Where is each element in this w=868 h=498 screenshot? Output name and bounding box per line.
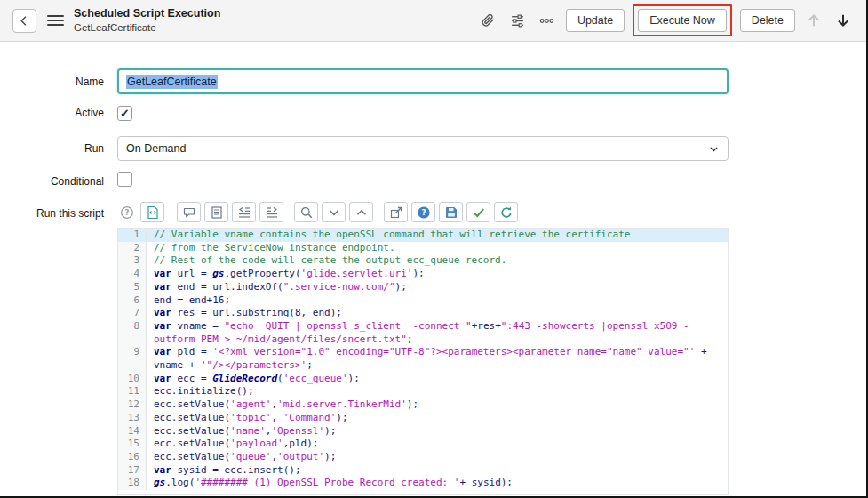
conditional-row: Conditional [0,172,866,190]
code-text: ecc.setValue('name','Openssl'); [147,425,728,438]
code-text: var end = url.indexOf(".service-now.com/… [147,281,728,294]
code-text: gs.log('######## (1) OpenSSL Probe Recor… [147,477,728,490]
code-line-3[interactable]: 3// Rest of the code will cerate the out… [118,254,728,268]
more-options-icon[interactable] [537,10,558,31]
code-line-17[interactable]: 17var sysid = ecc.insert(); [118,464,728,478]
code-line-6[interactable]: 6end = end+16; [118,294,728,308]
api-help-icon[interactable]: ? [411,202,435,222]
line-number: 3 [118,254,147,268]
line-number: 5 [118,281,147,294]
script-row: Run this script ?? 1// Variable vname co… [0,202,866,495]
indent-right-icon[interactable] [259,202,283,222]
line-number: 4 [118,268,147,281]
syntax-check-icon[interactable] [466,202,490,222]
code-text: var res = url.substring(8, end); [147,307,728,320]
line-number: 11 [118,385,147,398]
editor-toolbar: ?? [117,202,729,222]
line-number: 1 [118,229,147,242]
back-button[interactable] [12,9,36,33]
code-line-15[interactable]: 15ecc.setValue('payload',pld); [118,438,728,451]
code-line-16[interactable]: 16ecc.setValue('queue','output'); [118,451,728,464]
line-number: 13 [118,412,147,425]
previous-record-icon[interactable] [803,10,824,31]
delete-button[interactable]: Delete [740,9,795,32]
execute-now-button[interactable]: Execute Now [638,9,727,32]
chevron-down-icon [708,143,720,155]
code-line-18[interactable]: 18gs.log('######## (1) OpenSSL Probe Rec… [118,477,728,490]
run-select[interactable]: On Demand [117,136,729,161]
code-text: // from the ServiceNow instance endpoint… [147,242,728,255]
script-icon[interactable] [140,202,164,222]
code-line-1[interactable]: 1// Variable vname contains the openSSL … [118,229,728,242]
line-number: 18 [118,477,147,490]
code-lines: 1// Variable vname contains the openSSL … [118,229,728,490]
script-refresh-icon[interactable] [494,202,518,222]
code-line-2[interactable]: 2// from the ServiceNow instance endpoin… [118,242,728,255]
run-select-value: On Demand [126,142,186,155]
name-input-value: GetLeafCertificate [126,75,218,89]
code-text: var ecc = GlideRecord('ecc_queue'); [147,373,728,386]
popout-icon[interactable] [384,202,408,222]
header-titles: Scheduled Script Execution GetLeafCertif… [74,7,220,34]
code-text: var url = gs.getProperty('glide.servlet.… [147,268,728,281]
code-text: ecc.setValue('queue','output'); [147,451,728,464]
code-line-8[interactable]: 8var vname = "echo QUIT | openssl s_clie… [118,320,728,346]
chevron-down-icon[interactable] [322,202,346,222]
line-number: 7 [118,307,147,320]
name-input[interactable]: GetLeafCertificate [117,68,729,94]
code-line-12[interactable]: 12ecc.setValue('agent','mid.server.Tinke… [118,398,728,412]
attachment-icon[interactable] [478,10,499,31]
code-line-11[interactable]: 11ecc.initialize(); [118,385,728,398]
code-text: ecc.setValue('payload',pld); [147,438,728,451]
line-number: 15 [118,438,147,451]
search-icon[interactable] [294,202,318,222]
code-text: // Rest of the code will cerate the outp… [147,254,728,268]
run-label: Run [0,142,117,155]
line-number: 10 [118,373,147,386]
save-icon[interactable] [439,202,463,222]
personalize-form-icon[interactable] [507,10,529,31]
line-number: 8 [118,320,147,346]
svg-text:?: ? [421,208,426,217]
name-row: Name GetLeafCertificate [0,68,866,94]
document-icon[interactable] [204,202,228,222]
line-number: 9 [118,346,147,372]
code-line-7[interactable]: 7var res = url.substring(8, end); [118,307,728,320]
chevron-up-icon[interactable] [349,202,373,222]
line-number: 14 [118,425,147,438]
code-line-10[interactable]: 10var ecc = GlideRecord('ecc_queue'); [118,373,728,386]
annotation-highlight: Execute Now [633,4,732,36]
next-record-icon[interactable] [832,10,854,31]
active-checkbox[interactable] [117,106,132,121]
chevron-left-icon [18,14,31,28]
code-line-13[interactable]: 13ecc.setValue('topic', 'Command'); [118,412,728,425]
comment-icon[interactable] [177,202,201,222]
conditional-checkbox[interactable] [117,172,132,187]
line-number: 2 [118,242,147,255]
conditional-label: Conditional [0,175,117,188]
script-editor[interactable]: 1// Variable vname contains the openSSL … [117,228,729,495]
code-text: var vname = "echo QUIT | openssl s_clien… [147,320,728,346]
code-line-4[interactable]: 4var url = gs.getProperty('glide.servlet… [118,268,728,281]
line-number: 12 [118,398,147,412]
indent-left-icon[interactable] [232,202,256,222]
help-icon[interactable]: ? [117,202,137,222]
line-number: 6 [118,294,147,308]
update-button[interactable]: Update [566,9,625,32]
code-line-14[interactable]: 14ecc.setValue('name','Openssl'); [118,425,728,438]
code-text: var sysid = ecc.insert(); [147,464,728,478]
form-body: Name GetLeafCertificate Active Run On De… [0,42,866,495]
code-text: ecc.setValue('agent','mid.server.TinkerM… [147,398,728,412]
line-number: 17 [118,464,147,478]
run-row: Run On Demand [0,136,866,161]
line-number: 16 [118,451,147,464]
page-title: Scheduled Script Execution [74,7,220,21]
code-line-5[interactable]: 5var end = url.indexOf(".service-now.com… [118,281,728,294]
code-text: // Variable vname contains the openSSL c… [147,229,728,242]
code-text: var pld = '<?xml version="1.0" encoding=… [147,346,728,372]
menu-icon[interactable] [47,12,64,28]
code-text: ecc.setValue('topic', 'Command'); [147,412,728,425]
form-header: Scheduled Script Execution GetLeafCertif… [0,0,866,42]
code-text: end = end+16; [147,294,728,308]
code-line-9[interactable]: 9var pld = '<?xml version="1.0" encoding… [118,346,728,372]
